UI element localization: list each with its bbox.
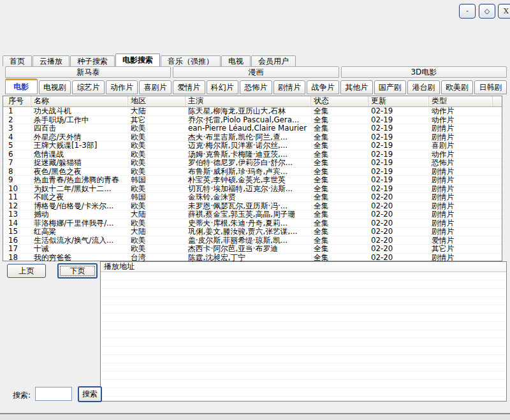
cell-filler [493, 219, 502, 228]
category-tab[interactable]: 战争片 [307, 80, 339, 94]
tab-cloud-play[interactable]: 云播放 [33, 55, 69, 66]
cell-filler [493, 176, 502, 184]
restore-button[interactable]: ◇ [479, 4, 495, 18]
table-row[interactable]: 15 红高粱 大陆 巩俐,姜文,滕汝骏,贾六,张艺谋,... 全集 02-20 … [3, 228, 502, 236]
cell-name: 王牌大贱谍[1-3部] [31, 141, 128, 150]
table-row[interactable]: 10 为奴十二年/黑奴十二... 欧美 切瓦特·埃加福特,迈克尔·法斯... 全… [3, 185, 502, 194]
table-row[interactable]: 13 撼动 大陆 薛祺,蔡金宝,郭玉英,高晶,周子珊 全集 02-20 剧情片 [3, 210, 502, 219]
cell-region: 欧美 [128, 236, 186, 245]
search-button[interactable]: 搜索 [78, 386, 102, 402]
cell-index: 13 [3, 210, 31, 219]
category-tab[interactable]: 日韩剧 [474, 80, 507, 94]
table-row[interactable]: 6 危情谍战 欧美 汤姆·克鲁斯,卡梅隆·迪亚茨,... 全集 02-19 动作… [3, 150, 502, 159]
group-tab[interactable]: 3D电影 [341, 66, 507, 78]
category-tab[interactable]: 电影 [5, 78, 38, 94]
movie-table-body: 1 功夫战斗机 大陆 陈天星,柳海龙,亚历山大,石林 全集 02-19 动作片 … [3, 107, 502, 262]
cell-filler [493, 210, 502, 219]
table-row[interactable]: 9 热血青春/热血沸腾的青春 韩国 朴宝英,李钟硕,金英光,李世英 全集 02-… [3, 176, 502, 185]
main-tab-label: 会员用户 [258, 57, 289, 66]
tab-torrent-search[interactable]: 种子搜索 [70, 55, 115, 66]
cell-status: 全集 [311, 193, 368, 201]
tab-member[interactable]: 会员用户 [251, 55, 296, 66]
group-tab[interactable]: 新马泰 [5, 66, 171, 78]
column-header-updated[interactable]: 更新 [368, 96, 429, 106]
cell-updated: 02-20 [368, 254, 429, 262]
table-row[interactable]: 14 菲洛梅娜/千里伴我寻/... 欧美 史蒂夫·库根,朱迪·丹奇,夏莉... … [3, 219, 502, 228]
main-tab-label: 电影搜索 [122, 55, 153, 64]
category-tab[interactable]: 港台剧 [407, 80, 440, 94]
cell-updated: 02-20 [368, 210, 429, 219]
cell-name: 捉迷藏/躲猫猫 [31, 159, 128, 167]
category-tab[interactable]: 欧美剧 [441, 80, 474, 94]
cell-filler [493, 245, 502, 253]
cell-cast: 布鲁斯·威利斯,珍·玛奇,卢宾... [186, 168, 311, 176]
category-tab[interactable]: 喜剧片 [139, 80, 171, 94]
table-row[interactable]: 17 十诫 欧美 杰西卡·阿尔芭,亚当·布罗迪 全集 02-20 其它片 [3, 245, 502, 254]
category-tab[interactable]: 电视剧 [39, 80, 71, 94]
column-header-status[interactable]: 状态 [311, 96, 368, 106]
column-header-name[interactable]: 名称 [31, 96, 128, 106]
cell-name: 功夫战斗机 [31, 107, 128, 115]
category-tab[interactable]: 科幻片 [207, 80, 239, 94]
tab-movie-search[interactable]: 电影搜索 [115, 54, 160, 66]
category-tab[interactable]: 其他片 [340, 80, 373, 94]
table-row[interactable]: 4 外星恋/天外情 欧美 杰夫·布里吉斯,凯伦·阿兰,查... 全集 02-19… [3, 133, 502, 142]
cell-updated: 02-19 [368, 159, 429, 167]
table-row[interactable]: 3 四百击 欧美 ean-Pierre Léaud,Claire Maurier… [3, 124, 502, 133]
table-row[interactable]: 8 夜色/黑色之夜 欧美 布鲁斯·威利斯,珍·玛奇,卢宾... 全集 02-19… [3, 168, 502, 177]
cell-type: 剧情片 [429, 210, 493, 219]
minimize-button[interactable]: - [459, 4, 476, 18]
table-row[interactable]: 18 我的穷爸爸 台湾 陈霆,沈昶宏,丁宁 全集 02-20 剧情片 [3, 254, 502, 263]
cell-name: 菲洛梅娜/千里伴我寻/... [31, 219, 128, 228]
cell-name: 外星恋/天外情 [31, 133, 128, 141]
column-header-region[interactable]: 地区 [128, 96, 186, 106]
category-tab[interactable]: 恐怖片 [240, 80, 272, 94]
table-row[interactable]: 12 博格曼/伯格曼/卡米尔... 欧美 未罗恩·佩瑟瓦尔,亚历斯·冯·... … [3, 202, 502, 211]
category-tab[interactable]: 爱情片 [173, 80, 205, 94]
category-tab[interactable]: 剧情片 [273, 80, 306, 94]
category-tab[interactable]: 综艺片 [72, 80, 105, 94]
table-row[interactable]: 11 不眠之夜 韩国 金珠铃,金洙贤 全集 02-20 剧情片 [3, 193, 502, 202]
search-input[interactable] [35, 387, 72, 401]
cell-filler [493, 168, 502, 176]
category-tab-label: 剧情片 [278, 82, 301, 93]
cell-region: 大陆 [128, 210, 186, 219]
column-header-index[interactable]: 序号 [3, 96, 31, 106]
column-header-cast[interactable]: 主演 [186, 96, 311, 106]
cell-updated: 02-19 [368, 124, 429, 133]
category-tab[interactable]: 国产剧 [374, 80, 407, 94]
table-row[interactable]: 16 生活似流水/换气/流入... 欧美 盖·皮尔斯,菲丽希缇·琼斯,凯... … [3, 236, 502, 245]
cell-type: 剧情片 [429, 202, 493, 210]
cell-status: 全集 [311, 107, 368, 115]
cell-index: 5 [3, 141, 31, 150]
tab-home[interactable]: 首页 [3, 55, 32, 66]
tab-tv[interactable]: 电视 [221, 55, 251, 66]
cell-region: 韩国 [128, 193, 186, 201]
cell-index: 17 [3, 245, 31, 253]
play-address-list[interactable] [101, 272, 506, 401]
cell-cast: 薛祺,蔡金宝,郭玉英,高晶,周子珊 [186, 210, 311, 219]
cell-name: 十诫 [31, 245, 128, 253]
table-row[interactable]: 1 功夫战斗机 大陆 陈天星,柳海龙,亚历山大,石林 全集 02-19 动作片 [3, 107, 502, 116]
app-window: - ◇ X 首页 云播放 种子搜索 电影搜索 音乐（强推） 电视 会员用户 新马… [0, 0, 510, 420]
category-tab-bar: 电影 电视剧 综艺片 动作片 喜剧片 爱情片 科幻片 恐怖片 剧情片 战争片 其… [5, 78, 507, 94]
cell-cast: 汤姆·克鲁斯,卡梅隆·迪亚茨,... [186, 150, 311, 159]
cell-index: 15 [3, 228, 31, 236]
category-tab[interactable]: 动作片 [106, 80, 138, 94]
close-button[interactable]: X [498, 4, 510, 18]
table-row[interactable]: 7 捉迷藏/躲猫猫 欧美 罗伯特·德尼罗,伊莉莎白·舒尔... 全集 02-19… [3, 159, 502, 168]
next-page-button[interactable]: 下页 [57, 263, 98, 279]
category-tab-label: 电视剧 [43, 82, 66, 93]
column-header-type[interactable]: 类型 [429, 96, 493, 106]
prev-page-button[interactable]: 上页 [7, 264, 46, 278]
cell-type: 剧情片 [429, 168, 493, 176]
tab-music[interactable]: 音乐（强推） [161, 55, 221, 66]
table-row[interactable]: 5 王牌大贱谍[1-3部] 欧美 迈克·梅尔斯,贝洋塞·诺尔丝,... 全集 0… [3, 141, 502, 150]
cell-type: 剧情片 [429, 176, 493, 184]
cell-region: 欧美 [128, 159, 186, 167]
table-row[interactable]: 2 杀手职场/工作中 其它 乔尔·托雷,Piolo Pascual,Gera..… [3, 116, 502, 125]
cell-status: 全集 [311, 116, 368, 124]
cell-index: 4 [3, 133, 31, 141]
group-tab[interactable]: 漫画 [173, 66, 339, 78]
cell-type: 其它片 [429, 245, 493, 253]
